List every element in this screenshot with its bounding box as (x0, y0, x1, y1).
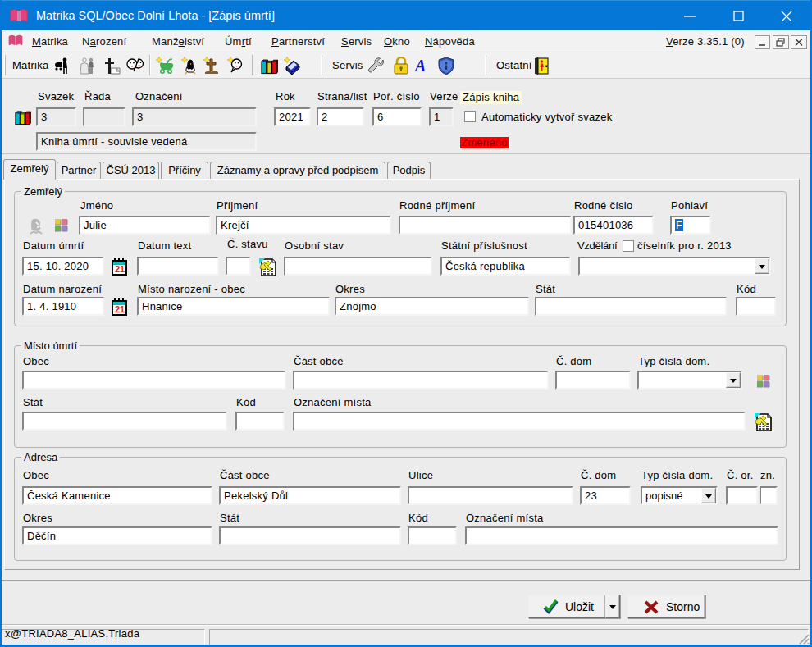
svg-text:A: A (414, 57, 426, 75)
